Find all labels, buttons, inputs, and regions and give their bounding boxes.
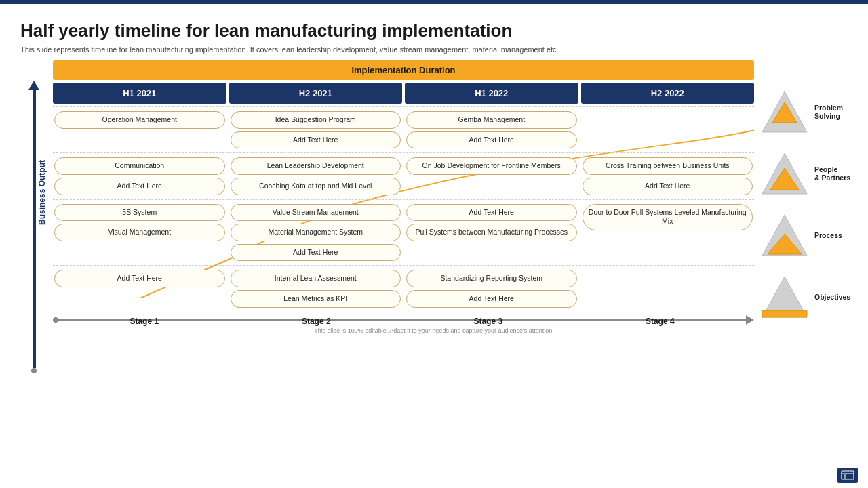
pill: Visual Management [54, 224, 225, 241]
bottom-stages-row: Stage 1 Stage 2 Stage 3 Stage 4 [53, 315, 754, 325]
pill: Add Text Here [54, 178, 225, 195]
pill: Value Stream Management [231, 204, 401, 222]
cell-r2-c3: On Job Development for Frontline Members [405, 157, 578, 195]
pill: Gemba Management [406, 111, 577, 129]
row-band-4: Add Text Here Internal Lean Assessment L… [53, 265, 754, 312]
row-band-1: Operation Management Idea Suggestion Pro… [53, 106, 754, 152]
stage-line: Stage 1 Stage 2 Stage 3 Stage 4 [58, 319, 746, 321]
arrow-head [746, 315, 754, 325]
pill: Operation Management [54, 111, 225, 129]
cell-r3-c3: Add Text Here Pull Systems between Manuf… [405, 204, 578, 262]
pill: Standardizing Reporting System [406, 270, 577, 287]
col-header-h1-2021: H1 2021 [53, 83, 226, 104]
pill: Lean Leadership Development [231, 157, 401, 175]
pyramid-problem-solving: ProblemSolving [760, 89, 843, 135]
pyramid-process: Process [760, 212, 842, 258]
pill: Door to Door Pull Systems Leveled Manufa… [583, 204, 753, 230]
slide: Half yearly timeline for lean manufactur… [0, 0, 868, 488]
pyramid-svg-4 [760, 274, 810, 320]
cell-r2-c1: Communication Add Text Here [53, 157, 226, 195]
pill: Add Text Here [54, 270, 225, 287]
pyramid-shape-2 [760, 150, 810, 197]
axis-bottom-dot [31, 368, 37, 373]
pyramid-shape-1 [760, 89, 810, 135]
col-header-h2-2021: H2 2021 [229, 83, 403, 104]
start-dot [53, 317, 58, 323]
stage-label-1: Stage 1 [58, 317, 231, 326]
row-band-2: Communication Add Text Here Lean Leaders… [53, 152, 754, 199]
pill: Coaching Kata at top and Mid Level [231, 178, 401, 195]
pyramid-label-3: Process [814, 231, 842, 239]
pill: On Job Development for Frontline Members [406, 157, 577, 175]
pyramid-svg-3 [760, 212, 810, 258]
svg-marker-7 [762, 310, 807, 317]
row-band-3: 5S System Visual Management Value Stream… [53, 199, 754, 266]
pill: 5S System [54, 204, 225, 222]
col-header-h2-2022: H2 2022 [581, 83, 755, 104]
cell-r1-c3: Gemba Management Add Text Here [405, 111, 578, 148]
grid-wrapper: Operation Management Idea Suggestion Pro… [53, 106, 754, 312]
pill: Communication [54, 157, 225, 175]
pill: Material Management System [231, 224, 401, 241]
columns-header: H1 2021 H2 2021 H1 2022 H2 2022 [53, 83, 754, 104]
cell-r1-c1: Operation Management [53, 111, 226, 148]
footer-text: This slide is 100% editable. Adapt it to… [20, 327, 848, 334]
pyramid-label-2: People& Partners [814, 165, 850, 182]
stage-label-3: Stage 3 [402, 317, 574, 326]
cell-r4-c4 [581, 270, 755, 307]
pill: Add Text Here [583, 178, 753, 195]
pill: Cross Training between Business Units [583, 157, 753, 175]
cell-r2-c2: Lean Leadership Development Coaching Kat… [229, 157, 403, 195]
main-content: Business Output Implementation Duration … [20, 60, 848, 325]
top-bar [0, 0, 868, 4]
cell-r3-c1: 5S System Visual Management [53, 204, 226, 262]
pyramid-objectives: Objectives [760, 274, 850, 320]
cell-r4-c3: Standardizing Reporting System Add Text … [405, 270, 578, 307]
pill: Lean Metrics as KPI [231, 290, 401, 308]
pill: Idea Suggestion Program [231, 111, 401, 129]
col-header-h1-2022: H1 2022 [405, 83, 578, 104]
cell-r1-c2: Idea Suggestion Program Add Text Here [229, 111, 403, 148]
pill: Add Text Here [231, 131, 401, 149]
svg-rect-8 [842, 471, 854, 479]
bottom-right-icon [837, 468, 858, 483]
pill: Add Text Here [231, 244, 401, 262]
axis-label: Business Output [37, 152, 47, 233]
pill: Pull Systems between Manufacturing Proce… [406, 224, 577, 241]
cell-r3-c4: Door to Door Pull Systems Leveled Manufa… [581, 204, 755, 262]
axis-line [33, 90, 36, 368]
pyramid-svg-1 [760, 89, 810, 135]
cell-r2-c4: Cross Training between Business Units Ad… [581, 157, 755, 195]
cell-r1-c4 [581, 111, 755, 148]
axis-arrowhead [28, 81, 39, 90]
pyramid-label-4: Objectives [814, 293, 850, 301]
cell-r3-c2: Value Stream Management Material Managem… [229, 204, 403, 262]
left-axis-container: Business Output [20, 60, 47, 325]
pill: Add Text Here [406, 131, 577, 149]
pyramid-svg-2 [760, 150, 810, 197]
pyramid-label-1: ProblemSolving [814, 104, 843, 120]
cell-r4-c1: Add Text Here [53, 270, 226, 307]
stage-labels-grid: Stage 1 Stage 2 Stage 3 Stage 4 [58, 314, 746, 326]
pill: Internal Lean Assessment [231, 270, 401, 287]
pyramid-shape-4 [760, 274, 810, 320]
icon-svg [841, 470, 854, 480]
slide-title: Half yearly timeline for lean manufactur… [20, 20, 848, 41]
stage-label-2: Stage 2 [231, 317, 403, 326]
right-pyramids: ProblemSolving People& Partners [760, 60, 848, 325]
slide-subtitle: This slide represents timeline for lean … [20, 45, 848, 54]
stage-label-4: Stage 4 [574, 317, 747, 326]
pill: Add Text Here [406, 290, 577, 308]
cell-r4-c2: Internal Lean Assessment Lean Metrics as… [229, 270, 403, 307]
pyramid-shape-3 [760, 212, 810, 258]
impl-duration-bar: Implementation Duration [53, 60, 754, 80]
pyramid-people-partners: People& Partners [760, 150, 850, 197]
pill: Add Text Here [406, 204, 577, 222]
timeline-area: Implementation Duration H1 2021 H2 2021 … [53, 60, 754, 325]
